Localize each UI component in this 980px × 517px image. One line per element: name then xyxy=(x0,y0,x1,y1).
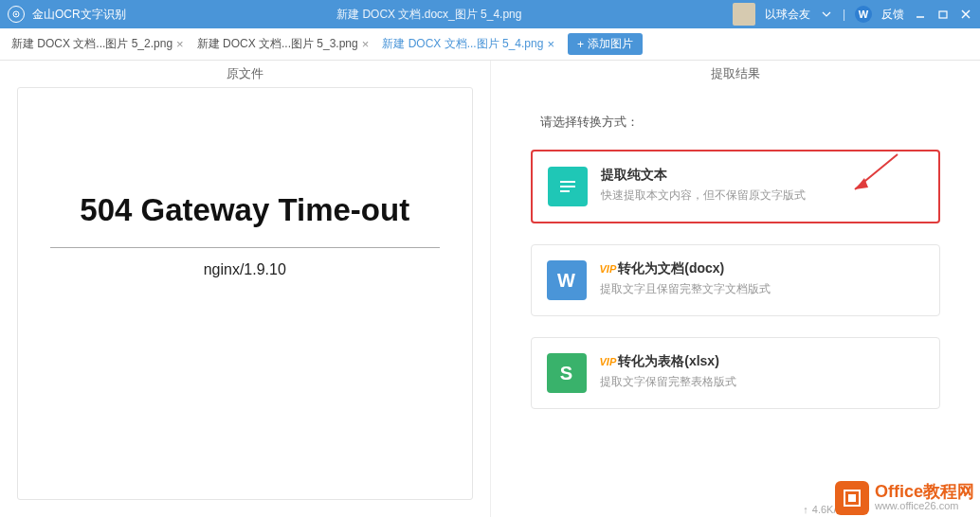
tabbar: 新建 DOCX 文档...图片 5_2.png × 新建 DOCX 文档...图… xyxy=(0,28,980,61)
divider xyxy=(50,247,441,248)
content: 504 Gateway Time-out nginx/1.9.10 请选择转换方… xyxy=(0,87,980,517)
add-image-label: 添加图片 xyxy=(588,36,633,52)
app-icon xyxy=(8,6,25,23)
tab-image-5-2[interactable]: 新建 DOCX 文档...图片 5_2.png × xyxy=(11,34,184,54)
user-label[interactable]: 以球会友 xyxy=(765,7,810,23)
vip-icon: VIP xyxy=(600,356,617,367)
dropdown-icon[interactable] xyxy=(820,8,833,21)
svg-rect-3 xyxy=(939,11,947,18)
convert-to-xlsx-card[interactable]: S VIP转化为表格(xlsx) 提取文字保留完整表格版式 xyxy=(531,337,941,409)
preview-pane: 504 Gateway Time-out nginx/1.9.10 xyxy=(0,87,491,517)
titlebar: 金山OCR文字识别 新建 DOCX 文档.docx_图片 5_4.png 以球会… xyxy=(0,0,980,28)
user-avatar[interactable] xyxy=(733,3,755,26)
tab-image-5-3[interactable]: 新建 DOCX 文档...图片 5_3.png × xyxy=(197,34,370,54)
card-desc: 提取文字且保留完整文字文档版式 xyxy=(600,281,771,297)
close-icon[interactable]: × xyxy=(547,37,554,51)
tab-label: 新建 DOCX 文档...图片 5_2.png xyxy=(11,36,172,52)
plus-icon: + xyxy=(577,38,584,51)
left-pane-header: 原文件 xyxy=(0,61,491,87)
convert-to-docx-card[interactable]: W VIP转化为文档(docx) 提取文字且保留完整文字文档版式 xyxy=(531,244,941,316)
card-title: 转化为表格(xlsx) xyxy=(618,353,719,368)
image-preview: 504 Gateway Time-out nginx/1.9.10 xyxy=(17,87,473,500)
upload-icon: ↑ xyxy=(803,504,808,515)
card-desc: 提取文字保留完整表格版式 xyxy=(600,374,736,390)
pane-headers: 原文件 提取结果 xyxy=(0,61,980,87)
result-pane: 请选择转换方式： 提取纯文本 快速提取本文内容，但不保留原文字版式 W VIP转… xyxy=(491,87,981,517)
tab-image-5-4[interactable]: 新建 DOCX 文档...图片 5_4.png × xyxy=(382,34,554,54)
right-pane-header: 提取结果 xyxy=(491,61,981,87)
extract-plain-text-card[interactable]: 提取纯文本 快速提取本文内容，但不保留原文字版式 xyxy=(531,150,941,223)
office-icon xyxy=(835,481,869,515)
vip-icon: VIP xyxy=(600,263,617,275)
text-lines-icon xyxy=(548,167,588,206)
error-subtext: nginx/1.9.10 xyxy=(204,261,286,278)
maximize-button[interactable] xyxy=(936,8,950,21)
app-name: 金山OCR文字识别 xyxy=(32,7,126,23)
svg-rect-12 xyxy=(848,494,856,502)
minimize-button[interactable] xyxy=(914,8,927,21)
watermark: Office教程网 www.office26.com xyxy=(835,481,974,515)
card-desc: 快速提取本文内容，但不保留原文字版式 xyxy=(601,187,806,204)
word-icon: W xyxy=(547,260,587,300)
error-heading: 504 Gateway Time-out xyxy=(80,192,409,228)
svg-point-1 xyxy=(15,13,17,15)
close-icon[interactable]: × xyxy=(362,37,370,51)
watermark-url: www.office26.com xyxy=(875,500,974,512)
document-title: 新建 DOCX 文档.docx_图片 5_4.png xyxy=(126,7,733,23)
feedback-label[interactable]: 反馈 xyxy=(881,7,904,23)
tab-label: 新建 DOCX 文档...图片 5_4.png xyxy=(382,36,543,52)
close-icon[interactable]: × xyxy=(176,37,184,51)
close-button[interactable] xyxy=(959,8,972,21)
card-title: 提取纯文本 xyxy=(601,167,806,184)
conversion-prompt: 请选择转换方式： xyxy=(540,114,941,131)
card-title: 转化为文档(docx) xyxy=(618,260,724,276)
feedback-icon: W xyxy=(855,6,872,23)
add-image-button[interactable]: + 添加图片 xyxy=(568,33,643,55)
tab-label: 新建 DOCX 文档...图片 5_3.png xyxy=(197,36,358,52)
sheet-icon: S xyxy=(547,353,587,393)
watermark-title: Office教程网 xyxy=(875,483,974,500)
